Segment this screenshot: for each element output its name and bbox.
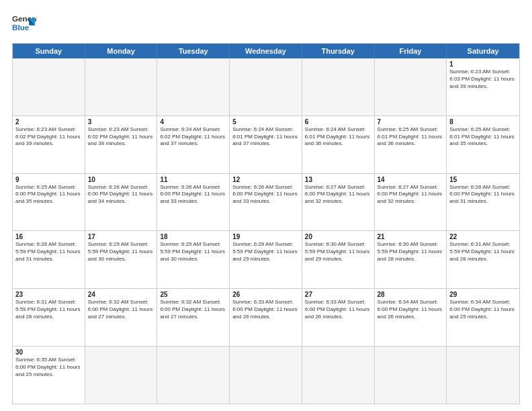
day-number: 9 (15, 176, 82, 183)
calendar-empty-cell (157, 347, 230, 404)
day-info: Sunrise: 6:27 AM Sunset: 6:00 PM Dayligh… (305, 184, 371, 205)
day-info: Sunrise: 6:30 AM Sunset: 5:59 PM Dayligh… (305, 241, 371, 263)
day-number: 26 (232, 291, 299, 298)
day-info: Sunrise: 6:30 AM Sunset: 5:59 PM Dayligh… (378, 241, 444, 263)
calendar-day-16: 16Sunrise: 6:28 AM Sunset: 5:59 PM Dayli… (13, 231, 85, 288)
day-info: Sunrise: 6:23 AM Sunset: 6:03 PM Dayligh… (449, 68, 517, 90)
day-info: Sunrise: 6:34 AM Sunset: 6:00 PM Dayligh… (449, 299, 517, 320)
calendar-day-13: 13Sunrise: 6:27 AM Sunset: 6:00 PM Dayli… (302, 174, 375, 231)
calendar-row-1: 1Sunrise: 6:23 AM Sunset: 6:03 PM Daylig… (13, 58, 519, 116)
day-number: 15 (449, 176, 517, 183)
calendar-day-10: 10Sunrise: 6:26 AM Sunset: 6:00 PM Dayli… (85, 174, 158, 231)
day-info: Sunrise: 6:26 AM Sunset: 6:00 PM Dayligh… (88, 184, 154, 205)
calendar-empty-cell (85, 347, 158, 404)
day-info: Sunrise: 6:26 AM Sunset: 6:00 PM Dayligh… (232, 184, 299, 205)
day-number: 17 (88, 233, 154, 240)
day-info: Sunrise: 6:28 AM Sunset: 5:59 PM Dayligh… (15, 241, 82, 263)
day-number: 12 (232, 176, 299, 183)
day-number: 4 (160, 118, 226, 126)
calendar-empty-cell (13, 58, 85, 116)
calendar-day-20: 20Sunrise: 6:30 AM Sunset: 5:59 PM Dayli… (302, 231, 375, 288)
calendar-day-22: 22Sunrise: 6:31 AM Sunset: 5:59 PM Dayli… (447, 231, 519, 288)
day-number: 1 (449, 60, 517, 68)
day-number: 27 (305, 291, 371, 298)
calendar-day-7: 7Sunrise: 6:25 AM Sunset: 6:01 PM Daylig… (375, 116, 447, 173)
day-number: 16 (15, 233, 82, 240)
calendar-body: 1Sunrise: 6:23 AM Sunset: 6:03 PM Daylig… (13, 58, 519, 404)
page-header: General Blue (12, 12, 520, 36)
day-info: Sunrise: 6:25 AM Sunset: 6:01 PM Dayligh… (378, 126, 444, 148)
day-number: 30 (15, 349, 82, 356)
day-info: Sunrise: 6:34 AM Sunset: 6:00 PM Dayligh… (378, 299, 444, 320)
day-info: Sunrise: 6:32 AM Sunset: 6:00 PM Dayligh… (160, 299, 226, 320)
day-header-friday: Friday (375, 44, 447, 58)
day-info: Sunrise: 6:28 AM Sunset: 6:00 PM Dayligh… (449, 184, 517, 205)
day-info: Sunrise: 6:25 AM Sunset: 6:00 PM Dayligh… (15, 184, 82, 205)
calendar-row-3: 9Sunrise: 6:25 AM Sunset: 6:00 PM Daylig… (13, 173, 519, 231)
calendar-day-6: 6Sunrise: 6:24 AM Sunset: 6:01 PM Daylig… (302, 116, 375, 173)
calendar-row-2: 2Sunrise: 6:23 AM Sunset: 6:02 PM Daylig… (13, 116, 519, 173)
calendar-empty-cell (230, 347, 302, 404)
general-blue-logo-icon: General Blue (12, 12, 36, 36)
day-info: Sunrise: 6:24 AM Sunset: 6:01 PM Dayligh… (305, 126, 371, 148)
day-info: Sunrise: 6:35 AM Sunset: 6:00 PM Dayligh… (15, 357, 82, 378)
day-info: Sunrise: 6:25 AM Sunset: 6:01 PM Dayligh… (449, 126, 517, 148)
day-info: Sunrise: 6:33 AM Sunset: 6:00 PM Dayligh… (305, 299, 371, 320)
calendar-row-5: 23Sunrise: 6:31 AM Sunset: 5:59 PM Dayli… (13, 288, 519, 346)
day-number: 7 (378, 118, 444, 126)
day-number: 25 (160, 291, 226, 298)
calendar-empty-cell (85, 58, 158, 116)
day-header-sunday: Sunday (13, 44, 85, 58)
day-number: 19 (232, 233, 299, 240)
day-header-monday: Monday (85, 44, 158, 58)
day-info: Sunrise: 6:24 AM Sunset: 6:02 PM Dayligh… (160, 126, 226, 148)
calendar-day-14: 14Sunrise: 6:27 AM Sunset: 6:00 PM Dayli… (375, 174, 447, 231)
day-info: Sunrise: 6:29 AM Sunset: 5:59 PM Dayligh… (88, 241, 154, 263)
calendar-day-24: 24Sunrise: 6:32 AM Sunset: 6:00 PM Dayli… (85, 289, 158, 346)
day-number: 10 (88, 176, 154, 183)
day-number: 28 (378, 291, 444, 298)
day-number: 13 (305, 176, 371, 183)
day-info: Sunrise: 6:31 AM Sunset: 5:59 PM Dayligh… (15, 299, 82, 320)
calendar-day-2: 2Sunrise: 6:23 AM Sunset: 6:02 PM Daylig… (13, 116, 85, 173)
svg-text:Blue: Blue (12, 23, 30, 32)
calendar-day-17: 17Sunrise: 6:29 AM Sunset: 5:59 PM Dayli… (85, 231, 158, 288)
day-number: 24 (88, 291, 154, 298)
calendar-empty-cell (302, 58, 375, 116)
day-number: 18 (160, 233, 226, 240)
calendar-day-9: 9Sunrise: 6:25 AM Sunset: 6:00 PM Daylig… (13, 174, 85, 231)
calendar-empty-cell (375, 58, 447, 116)
day-info: Sunrise: 6:32 AM Sunset: 6:00 PM Dayligh… (88, 299, 154, 320)
calendar-empty-cell (230, 58, 302, 116)
calendar-day-26: 26Sunrise: 6:33 AM Sunset: 6:00 PM Dayli… (230, 289, 302, 346)
day-number: 14 (378, 176, 444, 183)
day-header-tuesday: Tuesday (157, 44, 230, 58)
day-number: 3 (88, 118, 154, 126)
calendar-day-18: 18Sunrise: 6:29 AM Sunset: 5:59 PM Dayli… (157, 231, 230, 288)
day-number: 11 (160, 176, 226, 183)
day-info: Sunrise: 6:24 AM Sunset: 6:01 PM Dayligh… (232, 126, 299, 148)
day-info: Sunrise: 6:27 AM Sunset: 6:00 PM Dayligh… (378, 184, 444, 205)
day-header-saturday: Saturday (447, 44, 519, 58)
calendar-empty-cell (447, 347, 519, 404)
day-number: 23 (15, 291, 82, 298)
logo: General Blue (12, 12, 36, 36)
day-number: 8 (449, 118, 517, 126)
day-header-wednesday: Wednesday (230, 44, 302, 58)
day-number: 5 (232, 118, 299, 126)
day-info: Sunrise: 6:26 AM Sunset: 6:00 PM Dayligh… (160, 184, 226, 205)
calendar-day-19: 19Sunrise: 6:29 AM Sunset: 5:59 PM Dayli… (230, 231, 302, 288)
day-number: 20 (305, 233, 371, 240)
calendar-day-1: 1Sunrise: 6:23 AM Sunset: 6:03 PM Daylig… (447, 58, 519, 116)
calendar-row-4: 16Sunrise: 6:28 AM Sunset: 5:59 PM Dayli… (13, 230, 519, 288)
calendar-day-12: 12Sunrise: 6:26 AM Sunset: 6:00 PM Dayli… (230, 174, 302, 231)
calendar-empty-cell (302, 347, 375, 404)
day-number: 6 (305, 118, 371, 126)
day-info: Sunrise: 6:29 AM Sunset: 5:59 PM Dayligh… (160, 241, 226, 263)
calendar-day-11: 11Sunrise: 6:26 AM Sunset: 6:00 PM Dayli… (157, 174, 230, 231)
calendar-day-5: 5Sunrise: 6:24 AM Sunset: 6:01 PM Daylig… (230, 116, 302, 173)
day-number: 2 (15, 118, 82, 126)
day-number: 29 (449, 291, 517, 298)
calendar-day-15: 15Sunrise: 6:28 AM Sunset: 6:00 PM Dayli… (447, 174, 519, 231)
day-info: Sunrise: 6:23 AM Sunset: 6:02 PM Dayligh… (88, 126, 154, 148)
